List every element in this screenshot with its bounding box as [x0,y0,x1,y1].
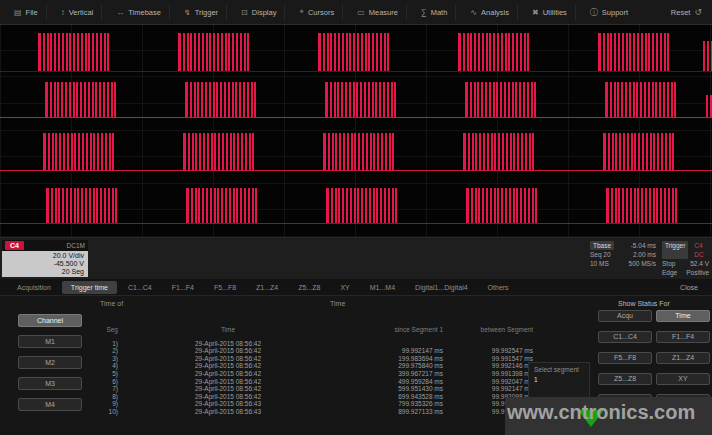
status-bar: C4 DC1M 20.0 V/div -45.500 V 20 Seg Tbas… [0,238,712,279]
segment-table: Seg Time since Segment 1 between Segment… [88,326,538,416]
tab-acquisition[interactable]: Acquisition [8,281,60,294]
trigger-descriptor[interactable]: Trigger C4 DC Stop 52.4 V Edge Positive [662,241,709,277]
select-segment-field[interactable]: Select segment 1 [528,362,590,400]
tab-z5-z8[interactable]: Z5...Z8 [289,281,329,294]
tbase-delay: -5.04 ms [631,241,656,250]
tbase-rate: 500 MS/s [629,259,656,268]
reset-button[interactable]: Reset ↺ [671,7,706,17]
table-row: 1) 29-April-2015 08:56:42 [88,340,538,348]
waveform-burst-partial [703,41,712,71]
cell-seg: 4) [88,362,118,370]
trace-baseline [0,117,712,118]
time-of-m1-button[interactable]: M1 [18,335,82,348]
analysis-icon: ∿ [470,8,477,17]
cell-between: 99.991398 ms [443,370,533,378]
cell-seg: 8) [88,393,118,401]
cell-between: 99.991547 ms [443,355,533,363]
status-for-acqu-button[interactable]: Acqu [598,310,652,322]
timebase-descriptor[interactable]: Tbase -5.04 ms Seq 20 2.00 ms 10 MS 500 … [590,241,656,268]
cell-between: 99.992547 ms [443,347,533,355]
coupling-label: DC1M [67,242,85,249]
menu-item-label: Measure [369,8,398,17]
tab-m1-m4[interactable]: M1...M4 [361,281,404,294]
tab-trigger-time[interactable]: Trigger time [62,281,117,294]
waveform-burst [605,82,676,117]
trigger-time-panel: Time of Time Show Status For Channel M1 … [0,296,712,435]
time-of-m2-button[interactable]: M2 [18,356,82,369]
trigger-slope: Positive [686,268,709,277]
cell-seg: 9) [88,400,118,408]
cell-since [338,340,443,348]
menu-item-vertical[interactable]: ↕ Vertical [53,4,103,21]
waveform-burst [463,133,534,170]
waveform-burst [466,188,537,223]
menu-item-cursors[interactable]: ⌖ Cursors [291,3,343,21]
tab-f5-f8[interactable]: F5...F8 [205,281,245,294]
math-icon: ∑ [421,8,427,17]
cell-since: 499.959284 ms [338,378,443,386]
tab-z1-z4[interactable]: Z1...Z4 [247,281,287,294]
status-for-z1-z4-button[interactable]: Z1...Z4 [656,352,710,364]
cell-between: 99.992146 ms [443,362,533,370]
status-for-f5-f8-button[interactable]: F5...F8 [598,352,652,364]
menu-bar: ▤ File ↕ Vertical ↔ Timebase ↯ Trigger ⊡… [0,0,712,25]
menu-item-trigger[interactable]: ↯ Trigger [176,4,227,21]
cell-time: 29-April-2015 08:56:42 [118,347,338,355]
menu-item-analysis[interactable]: ∿ Analysis [462,4,518,21]
cell-between [443,340,533,348]
waveform-burst [326,188,397,223]
header-time: Time [118,326,338,334]
menu-item-label: Cursors [308,8,334,17]
cell-since: 299.975840 ms [338,362,443,370]
cell-time: 29-April-2015 08:56:42 [118,362,338,370]
cell-time: 29-April-2015 08:56:42 [118,340,338,348]
trace-baseline [0,170,712,171]
channel-descriptor-c4[interactable]: C4 DC1M 20.0 V/div -45.500 V 20 Seg [2,240,88,277]
tab-f1-f4[interactable]: F1...F4 [163,281,203,294]
menu-item-label: Utilities [543,8,567,17]
menu-item-file[interactable]: ▤ File [6,4,47,21]
menu-item-label: Vertical [69,8,94,17]
menu-item-utilities[interactable]: ✖ Utilities [524,4,576,21]
menu-item-display[interactable]: ⊡ Display [233,4,285,21]
waveform-burst [178,33,249,71]
vertical-icon: ↕ [61,8,65,17]
table-row: 8) 29-April-2015 08:56:42 699.943528 ms … [88,393,538,401]
status-for-f1-f4-button[interactable]: F1...F4 [656,331,710,343]
trace-baseline [0,71,712,72]
waveform-burst [45,82,116,117]
tab-digital[interactable]: Digital1...Digital4 [406,281,477,294]
waveform-burst [603,133,674,170]
menu-item-label: Trigger [195,8,218,17]
tab-others[interactable]: Others [479,281,518,294]
cell-time: 29-April-2015 08:56:43 [118,400,338,408]
table-row: 7) 29-April-2015 08:56:42 599.951430 ms … [88,385,538,393]
watermark: www.cntronics.com [507,401,712,424]
scope-display[interactable] [0,25,712,238]
cell-time: 29-April-2015 08:56:43 [118,408,338,416]
time-of-m4-button[interactable]: M4 [18,398,82,411]
tab-xy[interactable]: XY [331,281,358,294]
trigger-mode: Stop [662,259,675,268]
cell-since: 599.951430 ms [338,385,443,393]
time-of-m3-button[interactable]: M3 [18,377,82,390]
timebase-icon: ↔ [116,8,124,17]
status-for-c1-c4-button[interactable]: C1...C4 [598,331,652,343]
tab-c1-c4[interactable]: C1...C4 [119,281,161,294]
cell-time: 29-April-2015 08:56:42 [118,370,338,378]
cell-between: 99.992147 ms [443,385,533,393]
cell-seg: 2) [88,347,118,355]
menu-item-support[interactable]: ⓘ Support [582,3,636,22]
channel-segments: 20 Seg [6,268,84,276]
header-seg: Seg [88,326,118,334]
status-for-z5-z8-button[interactable]: Z5...Z8 [598,373,652,385]
trigger-level: 52.4 V [690,259,709,268]
menu-item-measure[interactable]: ▭ Measure [349,4,407,21]
time-of-channel-button[interactable]: Channel [18,314,82,327]
menu-item-timebase[interactable]: ↔ Timebase [108,4,170,21]
menu-item-math[interactable]: ∑ Math [413,4,456,21]
status-for-time-button[interactable]: Time [656,310,710,322]
status-for-xy-button[interactable]: XY [656,373,710,385]
close-button[interactable]: Close [674,281,704,294]
file-icon: ▤ [14,8,22,17]
